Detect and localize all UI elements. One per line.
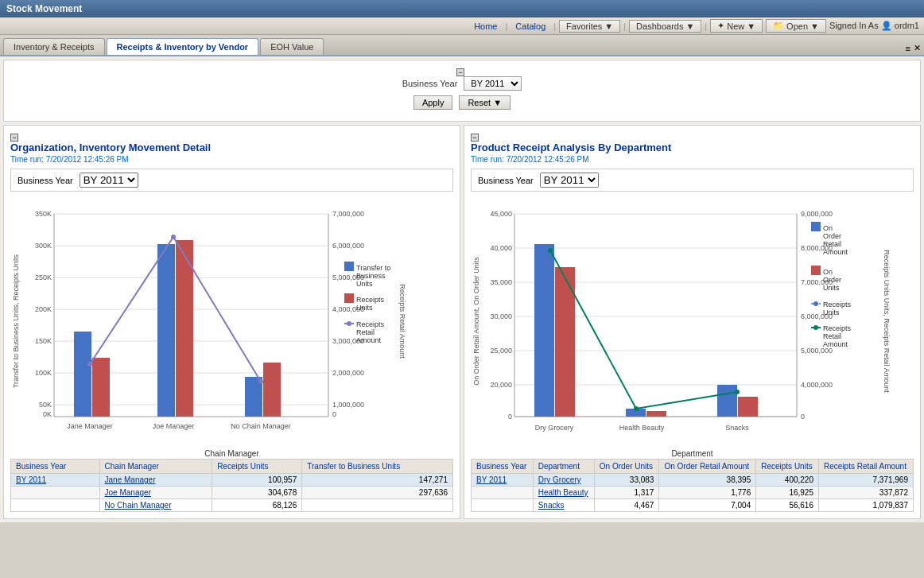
by2011-link[interactable]: BY 2011 [11, 474, 100, 487]
joe-manager-link[interactable]: Joe Manager [99, 487, 212, 499]
svg-text:35,000: 35,000 [490, 278, 512, 286]
col-receipts-units: Receipts Units [212, 460, 302, 474]
tab-inventory-receipts[interactable]: Inventory & Receipts [3, 38, 105, 55]
svg-text:Snacks: Snacks [725, 424, 749, 432]
svg-text:Order: Order [823, 232, 841, 240]
svg-point-42 [347, 321, 351, 326]
right-panel-collapse[interactable]: − [471, 134, 479, 142]
svg-text:50K: 50K [39, 401, 52, 409]
bar-dry-onretail [534, 244, 554, 417]
favorites-button[interactable]: Favorites ▼ [559, 20, 620, 33]
left-filter-select[interactable]: BY 2011 [80, 173, 138, 188]
svg-point-92 [813, 325, 818, 330]
svg-text:Units: Units [356, 280, 373, 288]
app-title: Stock Movement [6, 3, 82, 14]
nochain-manager-link[interactable]: No Chain Manager [99, 499, 212, 512]
svg-text:Units: Units [356, 304, 373, 312]
business-year-select[interactable]: BY 2011 [464, 76, 522, 91]
joe-receipts: 304,678 [212, 487, 302, 499]
svg-text:250K: 250K [35, 273, 52, 281]
health-beauty-link[interactable]: Health Beauty [533, 487, 594, 499]
svg-point-74 [735, 390, 740, 394]
svg-text:Receipts: Receipts [356, 296, 385, 304]
snacks-on-units: 4,467 [594, 499, 659, 512]
right-panel-time: Time run: 7/20/2012 12:45:26 PM [471, 155, 914, 164]
dry-on-units: 33,083 [594, 474, 659, 487]
tab-eoh-value[interactable]: EOH Value [260, 38, 324, 55]
bar-nochain-receipts [263, 363, 281, 417]
svg-text:No Chain Manager: No Chain Manager [231, 422, 291, 430]
svg-text:150K: 150K [35, 337, 52, 345]
jane-manager-link[interactable]: Jane Manager [99, 474, 212, 487]
tab-close-icon[interactable]: ✕ [914, 43, 921, 53]
table-row: Snacks 4,467 7,004 56,616 1,079,837 [472, 499, 914, 512]
left-panel-time: Time run: 7/20/2012 12:45:26 PM [10, 155, 453, 164]
svg-text:40,000: 40,000 [490, 244, 512, 252]
reset-button[interactable]: Reset ▼ [459, 95, 511, 110]
right-filter-select[interactable]: BY 2011 [540, 173, 599, 188]
svg-text:30,000: 30,000 [490, 312, 512, 320]
left-data-table: Business Year Chain Manager Receipts Uni… [10, 459, 453, 512]
svg-point-30 [258, 379, 263, 384]
home-link[interactable]: Home [469, 21, 502, 31]
dry-on-retail: 38,395 [659, 474, 756, 487]
dry-receipts-retail: 7,371,969 [819, 474, 914, 487]
dry-grocery-link[interactable]: Dry Grocery [533, 474, 594, 487]
bar-hb-onunits [646, 411, 666, 417]
new-button[interactable]: ✦ New ▼ [710, 19, 763, 33]
svg-text:Receipts Retail Amount: Receipts Retail Amount [398, 284, 406, 359]
col-on-order-units: On Order Units [594, 460, 659, 474]
snacks-receipts-units: 56,616 [756, 499, 819, 512]
nochain-receipts: 68,126 [212, 499, 302, 512]
table-row: Joe Manager 304,678 297,636 [11, 487, 453, 499]
open-button[interactable]: 📁 Open ▼ [766, 19, 826, 33]
svg-text:Joe Manager: Joe Manager [153, 422, 195, 430]
svg-point-72 [548, 248, 553, 253]
user-badge: 👤 [881, 21, 895, 30]
top-nav: Home | Catalog | Favorites ▼ | Dashboard… [0, 17, 924, 35]
left-filter-label: Business Year [17, 176, 73, 185]
folder-icon: 📁 [773, 21, 784, 31]
svg-text:20,000: 20,000 [490, 381, 512, 389]
svg-rect-34 [344, 262, 354, 271]
svg-text:Units: Units [823, 284, 840, 292]
jane-receipts: 100,957 [212, 474, 302, 487]
svg-text:4,000,000: 4,000,000 [801, 381, 833, 389]
svg-text:6,000,000: 6,000,000 [332, 242, 364, 250]
col-chain-manager: Chain Manager [99, 460, 212, 474]
bar-joe-transfer [157, 244, 175, 417]
catalog-link[interactable]: Catalog [511, 21, 550, 31]
left-panel-filter: Business Year BY 2011 [10, 169, 453, 192]
svg-text:Health Beauty: Health Beauty [619, 424, 665, 432]
col-on-order-retail: On Order Retail Amount [659, 460, 756, 474]
svg-text:Amount: Amount [356, 336, 382, 344]
svg-text:0: 0 [332, 410, 336, 418]
apply-button[interactable]: Apply [413, 95, 453, 110]
by2011-right-link[interactable]: BY 2011 [472, 474, 534, 487]
dashboards-button[interactable]: Dashboards ▼ [629, 20, 701, 33]
col-transfer-units: Transfer to Business Units [302, 460, 453, 474]
tab-receipts-by-vendor[interactable]: Receipts & Inventory by Vendor [107, 38, 259, 55]
svg-rect-83 [811, 266, 821, 275]
svg-text:Receipts Units Units, Receipts: Receipts Units Units, Receipts Retail Am… [883, 250, 891, 393]
panels: − Organization, Inventory Movement Detai… [3, 125, 921, 519]
svg-text:1,000,000: 1,000,000 [332, 401, 364, 409]
svg-text:Jane Manager: Jane Manager [67, 422, 113, 430]
filter-collapse-btn[interactable]: − [456, 68, 464, 76]
new-icon: ✦ [717, 21, 724, 31]
right-panel: − Product Receipt Analysis By Department… [464, 125, 921, 519]
snacks-link[interactable]: Snacks [533, 499, 594, 512]
svg-text:0: 0 [508, 413, 512, 421]
left-chart-svg: Transfer to Business Units, Receipts Uni… [10, 198, 408, 444]
tab-options-icon[interactable]: ≡ [906, 44, 910, 53]
svg-text:Receipts: Receipts [356, 320, 385, 328]
table-row: No Chain Manager 68,126 [11, 499, 453, 512]
right-panel-filter: Business Year BY 2011 [471, 169, 914, 192]
right-filter-label: Business Year [478, 176, 534, 185]
svg-rect-78 [811, 222, 821, 231]
left-panel-collapse[interactable]: − [10, 134, 18, 142]
svg-text:45,000: 45,000 [490, 210, 512, 218]
joe-transfer: 297,636 [302, 487, 453, 499]
col-by: Business Year [472, 460, 534, 474]
svg-text:Dry Grocery: Dry Grocery [535, 424, 574, 432]
